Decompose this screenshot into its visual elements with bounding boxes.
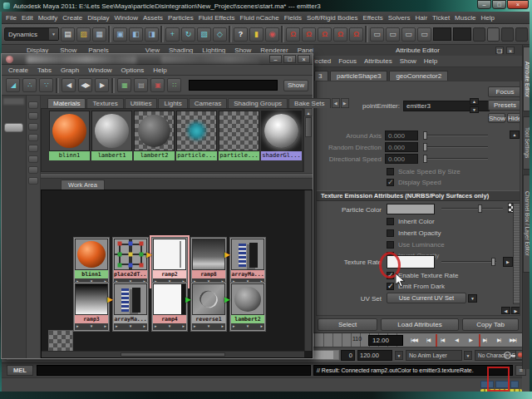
node-thumbnail[interactable]	[153, 283, 186, 315]
lasso-tool-icon[interactable]: ◇	[213, 27, 227, 42]
strip-button[interactable]	[28, 166, 38, 174]
save-scene-icon[interactable]: ▦	[92, 27, 106, 42]
separator[interactable]	[281, 26, 284, 42]
shading-node[interactable]: arrayMa... ▸▾▸	[112, 282, 149, 332]
separator[interactable]	[108, 26, 111, 42]
toggle-tool-settings-button[interactable]	[487, 27, 500, 42]
scale-speed-by-size-checkbox[interactable]	[387, 168, 394, 175]
ipr-render-icon[interactable]: ▭	[401, 27, 416, 42]
menu-set-dropdown[interactable]: Dynamics ▼	[4, 27, 59, 41]
render-settings-icon[interactable]: ▭	[417, 27, 431, 42]
particle-color-swatch[interactable]	[387, 204, 435, 214]
category-tab[interactable]: Materials	[47, 98, 86, 108]
select-hierarchy-icon[interactable]: ▣	[113, 27, 127, 42]
directional-speed-slider[interactable]	[423, 155, 488, 163]
animation-end-field[interactable]: 120.00	[357, 350, 392, 361]
minimize-button[interactable]: –	[269, 55, 282, 63]
expand-connector-icon[interactable]: ▾	[247, 323, 249, 330]
menu-item[interactable]: Fluid Effects	[196, 14, 238, 22]
play-backwards-button[interactable]: ◀	[450, 334, 463, 346]
scroll-up-icon[interactable]: ▲	[510, 131, 520, 139]
around-axis-slider[interactable]	[423, 131, 488, 140]
select-object-icon[interactable]: ◧	[129, 27, 143, 42]
material-swatch[interactable]: particle...	[176, 111, 217, 171]
select-component-icon[interactable]: ◨	[145, 27, 159, 42]
go-to-start-button[interactable]: |◀◀	[407, 334, 421, 346]
material-swatch[interactable]: lambert1	[91, 111, 132, 171]
input-connector-icon[interactable]: ▸	[116, 323, 118, 330]
node-thumbnail[interactable]	[114, 283, 147, 315]
toggle-channel-box-button[interactable]	[501, 27, 514, 42]
texture-rate-slider[interactable]	[441, 258, 496, 266]
expand-connector-icon[interactable]: ▾	[91, 323, 93, 330]
menu-item[interactable]: Modify	[36, 14, 61, 22]
swatch-thumbnail[interactable]	[91, 111, 132, 151]
shading-node[interactable]: blinn1 ▸▾▸	[73, 237, 110, 287]
hypershade-title-bar[interactable]: – □ ×	[2, 54, 313, 65]
maximize-button[interactable]: □	[492, 0, 506, 9]
node-thumbnail[interactable]	[153, 239, 186, 270]
node-tab[interactable]: geoConnector2	[389, 71, 448, 81]
separator[interactable]	[56, 78, 59, 93]
make-live-icon[interactable]: Ω	[349, 27, 363, 42]
separator[interactable]	[111, 78, 115, 93]
swatch-thumbnail[interactable]	[176, 111, 217, 151]
maximize-button[interactable]: □	[283, 55, 296, 63]
swatch-thumbnail[interactable]	[261, 111, 302, 151]
chevron-down-icon[interactable]: ▼	[468, 294, 477, 303]
rearrange-graph-icon[interactable]: ∷	[167, 78, 181, 92]
material-swatch[interactable]: blinn1	[49, 111, 90, 171]
menu-item[interactable]: Focus	[338, 57, 357, 65]
category-tab[interactable]: Bake Sets	[288, 98, 330, 108]
minimize-button[interactable]: –	[477, 0, 491, 9]
scroll-left-icon[interactable]: ◀	[332, 98, 340, 108]
work-area-horizontal-scrollbar[interactable]	[42, 351, 304, 357]
shading-node[interactable]: arrayMa... ▸▾▸	[229, 237, 266, 287]
material-swatch[interactable]: particle...	[219, 111, 259, 171]
use-luminance-checkbox[interactable]	[387, 241, 394, 249]
menu-item[interactable]: Edit	[19, 14, 36, 22]
shading-node[interactable]: ramp8 ▸▾▸	[190, 237, 227, 287]
output-connector-icon[interactable]: ▸	[143, 323, 145, 330]
anim-layer-select[interactable]: No Anim Layer	[406, 350, 462, 361]
notes-collapse-icon[interactable]: ▼	[470, 106, 479, 113]
menu-item[interactable]: Help	[424, 57, 437, 65]
material-swatch[interactable]: lambert2	[134, 111, 175, 171]
chevron-down-icon[interactable]: ▼	[464, 351, 472, 360]
menu-item[interactable]: Solvers	[386, 14, 413, 22]
menu-item[interactable]: Selected	[314, 57, 331, 65]
search-input[interactable]	[189, 80, 278, 91]
inherit-color-checkbox[interactable]	[387, 218, 394, 225]
graph-up-downstream-icon[interactable]: ◀▶	[78, 78, 92, 92]
category-tab[interactable]: Cameras	[189, 98, 227, 108]
input-connector-icon[interactable]: ▸	[76, 323, 79, 330]
close-panel-icon[interactable]: ×	[506, 47, 515, 54]
hide-button[interactable]: Hide	[507, 113, 520, 123]
create-category-button[interactable]	[4, 123, 23, 132]
node-thumbnail[interactable]	[192, 239, 225, 270]
work-area-graph[interactable]: blinn1 ▸▾▸ place2dT... ▸▾▸	[41, 190, 313, 358]
menu-item[interactable]: Soft/Rigid Bodies	[304, 14, 360, 22]
node-thumbnail[interactable]	[75, 239, 108, 270]
quick-rename-field[interactable]	[453, 27, 471, 41]
menu-item[interactable]: Create	[4, 66, 32, 74]
input-output-connections-icon[interactable]: ▦	[117, 78, 131, 92]
display-speed-checkbox[interactable]	[387, 179, 394, 186]
command-input[interactable]	[37, 365, 311, 376]
menu-item[interactable]: Help	[149, 66, 170, 74]
swatch-thumbnail[interactable]	[49, 111, 90, 151]
shading-node[interactable]: ramp3 ▸▾▸	[73, 282, 110, 332]
toggle-sidebar-button[interactable]	[515, 27, 528, 42]
scroll-left-icon[interactable]: ◀	[501, 307, 510, 314]
step-back-key-button[interactable]: |◀	[436, 334, 449, 346]
close-button[interactable]: ×	[298, 55, 310, 63]
graph-textures-icon[interactable]: ∵	[39, 78, 53, 92]
copy-tab-button[interactable]: Copy Tab	[462, 318, 519, 331]
snap-to-points-icon[interactable]: Ω	[318, 27, 332, 42]
expand-connector-icon[interactable]: ▾	[130, 323, 132, 330]
render-current-frame-icon[interactable]: ▭	[386, 27, 400, 42]
scroll-right-icon[interactable]: ▶	[341, 98, 349, 108]
help-cursor-icon[interactable]: ?	[234, 27, 248, 42]
current-time-field[interactable]: 12.00	[368, 335, 403, 346]
menu-item[interactable]: Graph	[57, 66, 83, 74]
